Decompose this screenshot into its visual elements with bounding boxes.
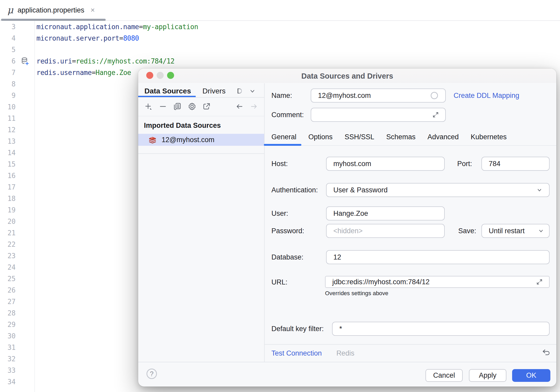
form-active-tab-underline: [264, 144, 301, 146]
host-input[interactable]: [326, 157, 445, 171]
form-tab-kubernetes[interactable]: Kubernetes: [471, 133, 507, 141]
comment-input[interactable]: [311, 108, 446, 122]
chevron-down-icon: [535, 186, 544, 194]
export-icon[interactable]: [202, 102, 211, 111]
editor-line: 3micronaut.application.name=my-applicati…: [0, 21, 560, 33]
create-ddl-mapping-link[interactable]: Create DDL Mapping: [454, 92, 519, 100]
undo-icon[interactable]: [542, 348, 551, 357]
line-number: 9: [0, 92, 16, 99]
line-number: 29: [0, 321, 16, 328]
authentication-select[interactable]: User & Password: [326, 183, 550, 197]
back-icon[interactable]: [235, 102, 244, 111]
line-number: 12: [0, 126, 16, 134]
separator: [138, 97, 264, 98]
active-tab-underline: [1, 19, 106, 21]
save-select[interactable]: Until restart: [481, 224, 550, 238]
line-number: 23: [0, 252, 16, 260]
url-label: URL:: [271, 278, 288, 286]
line-number: 8: [0, 80, 16, 88]
cancel-button[interactable]: Cancel: [425, 369, 463, 382]
line-number: 31: [0, 344, 16, 351]
connection-status-indicator: [431, 92, 438, 99]
password-label: Password:: [271, 227, 304, 235]
chevron-down-icon[interactable]: [248, 87, 257, 96]
driver-name: Redis: [336, 349, 354, 357]
ok-button[interactable]: OK: [512, 369, 550, 382]
expand-icon[interactable]: [535, 277, 544, 286]
line-number: 34: [0, 378, 16, 386]
expand-icon[interactable]: [431, 110, 440, 119]
url-input[interactable]: jdbc:redis://myhost.com:784/12: [325, 276, 550, 288]
settings-icon[interactable]: [188, 102, 196, 111]
code-text: micronaut.server.port=8080: [34, 34, 139, 42]
password-input[interactable]: [326, 224, 445, 238]
line-number: 4: [0, 34, 16, 42]
line-number: 19: [0, 206, 16, 214]
separator: [138, 116, 264, 116]
line-number: 26: [0, 286, 16, 294]
editor-line: 6redis.uri=redis://myhost.com:784/12: [0, 55, 560, 67]
line-number: 22: [0, 241, 16, 248]
separator: [264, 145, 556, 146]
line-number: 10: [0, 103, 16, 111]
group-header: Imported Data Sources: [144, 122, 221, 130]
name-input[interactable]: [311, 88, 446, 103]
save-label: Save:: [458, 227, 476, 235]
datasource-toolbar: [144, 101, 258, 112]
line-number: 33: [0, 366, 16, 374]
form-tabs: GeneralOptionsSSH/SSLSchemasAdvancedKube…: [271, 133, 507, 141]
url-value: jdbc:redis://myhost.com:784/12: [332, 278, 430, 286]
host-label: Host:: [271, 160, 288, 168]
apply-button[interactable]: Apply: [469, 369, 506, 382]
default-key-filter-label: Default key filter:: [271, 325, 324, 333]
help-button[interactable]: ?: [147, 369, 157, 379]
line-number: 28: [0, 309, 16, 317]
chevron-down-icon: [537, 226, 545, 235]
redis-icon: [148, 135, 157, 144]
code-text: redis.uri=redis://myhost.com:784/12: [34, 57, 174, 65]
name-label: Name:: [271, 92, 292, 100]
duplicate-icon[interactable]: [173, 102, 182, 111]
line-number: 20: [0, 218, 16, 225]
default-key-filter-input[interactable]: [332, 322, 550, 336]
database-label: Database:: [271, 253, 303, 261]
code-text: redis.username=Hange.Zoe: [34, 69, 131, 77]
user-input[interactable]: [326, 206, 445, 220]
editor-line: 4micronaut.server.port=8080: [0, 33, 560, 44]
tab-data-sources[interactable]: Data Sources: [144, 87, 191, 95]
tab-ddl-truncated[interactable]: D: [237, 87, 242, 95]
form-tab-ssh-ssl[interactable]: SSH/SSL: [345, 133, 374, 141]
user-label: User:: [271, 210, 288, 218]
form-tab-general[interactable]: General: [271, 133, 296, 141]
form-tab-options[interactable]: Options: [308, 133, 333, 141]
port-label: Port:: [457, 160, 472, 168]
dialog-footer: ? Cancel Apply OK: [138, 362, 556, 387]
tab-drivers[interactable]: Drivers: [202, 87, 226, 95]
line-number: 5: [0, 46, 16, 54]
line-number: 13: [0, 137, 16, 145]
test-connection-link[interactable]: Test Connection: [271, 349, 322, 357]
remove-icon[interactable]: [158, 102, 167, 111]
database-input[interactable]: [326, 250, 550, 264]
close-tab-icon[interactable]: ×: [91, 6, 95, 14]
line-number: 24: [0, 263, 16, 271]
datasource-list-item-selected[interactable]: 12@myhost.com: [138, 134, 264, 146]
add-datasource-gutter-icon[interactable]: [16, 56, 34, 66]
line-number: 16: [0, 172, 16, 180]
line-number: 6: [0, 57, 16, 65]
port-input[interactable]: [481, 157, 550, 171]
line-number: 32: [0, 355, 16, 363]
editor-tab-application-properties[interactable]: μ application.properties ×: [2, 0, 102, 20]
datasource-item-label: 12@myhost.com: [162, 136, 214, 144]
form-tab-advanced[interactable]: Advanced: [428, 133, 459, 141]
form-tab-schemas[interactable]: Schemas: [386, 133, 416, 141]
add-icon[interactable]: [144, 102, 153, 111]
line-number: 7: [0, 69, 16, 77]
editor-line: 5: [0, 44, 560, 55]
ide-screen: μ application.properties × 3micronaut.ap…: [0, 0, 560, 392]
authentication-label: Authentication:: [271, 186, 318, 194]
editor-tab-title: application.properties: [17, 6, 84, 14]
line-number: 17: [0, 183, 16, 191]
test-connection-row: Test Connection Redis: [264, 345, 556, 362]
separator: [138, 153, 264, 154]
